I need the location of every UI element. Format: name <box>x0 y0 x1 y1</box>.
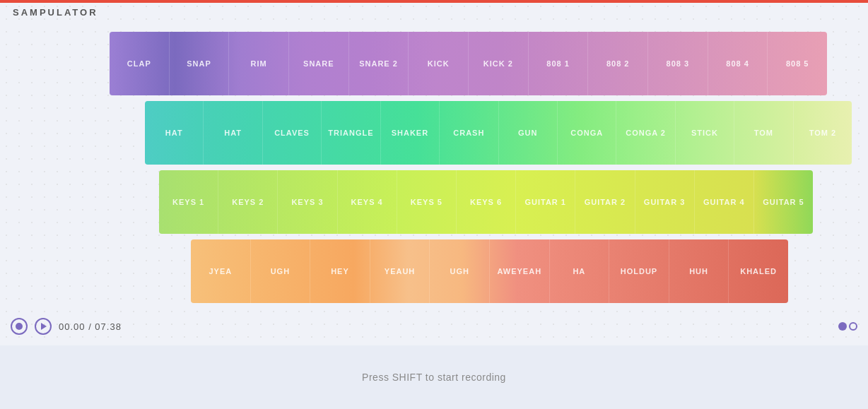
pad-purple-6[interactable]: KICK 2 <box>469 32 529 95</box>
pad-purple-3[interactable]: SNARE <box>289 32 349 95</box>
pad-orange-2[interactable]: HEY <box>310 239 370 303</box>
pad-purple-8[interactable]: 808 2 <box>588 32 648 95</box>
record-icon <box>16 323 23 330</box>
time-display: 00.00 / 07.38 <box>59 321 122 332</box>
pad-purple-0[interactable]: CLAP <box>110 32 170 95</box>
pad-orange-3[interactable]: YEAUH <box>370 239 430 303</box>
pad-teal-4[interactable]: SHAKER <box>381 101 440 165</box>
play-button[interactable] <box>35 318 52 335</box>
pad-teal-7[interactable]: CONGA <box>558 101 616 165</box>
status-dots <box>838 322 857 331</box>
pad-teal-11[interactable]: TOM 2 <box>794 101 852 165</box>
pad-green-5[interactable]: KEYS 6 <box>457 170 516 234</box>
pad-purple-11[interactable]: 808 5 <box>768 32 827 95</box>
pad-teal-1[interactable]: HAT <box>204 101 262 165</box>
pad-green-3[interactable]: KEYS 4 <box>338 170 397 234</box>
pad-orange-0[interactable]: JYEA <box>191 239 251 303</box>
pad-purple-1[interactable]: SNAP <box>170 32 230 95</box>
shift-message: Press SHIFT to start recording <box>362 372 506 383</box>
main-area: CLAPSNAPRIMSNARESNARE 2KICKKICK 2808 180… <box>0 32 868 352</box>
app-title: SAMPULATOR <box>13 7 98 18</box>
pad-green-8[interactable]: GUITAR 3 <box>635 170 695 234</box>
row-purple: CLAPSNAPRIMSNARESNARE 2KICKKICK 2808 180… <box>110 32 827 95</box>
dot-filled <box>838 322 847 331</box>
pad-teal-5[interactable]: CRASH <box>440 101 498 165</box>
pad-green-9[interactable]: GUITAR 4 <box>695 170 754 234</box>
pad-teal-0[interactable]: HAT <box>145 101 204 165</box>
dot-outline <box>849 322 857 331</box>
pad-green-2[interactable]: KEYS 3 <box>278 170 337 234</box>
pad-purple-5[interactable]: KICK <box>409 32 469 95</box>
play-icon <box>41 323 47 330</box>
pad-purple-10[interactable]: 808 4 <box>708 32 768 95</box>
pad-orange-5[interactable]: AWEYEAH <box>490 239 550 303</box>
transport-controls: 00.00 / 07.38 <box>11 318 857 335</box>
pad-orange-1[interactable]: UGH <box>251 239 311 303</box>
bottom-message-area: Press SHIFT to start recording <box>0 345 868 409</box>
pad-teal-9[interactable]: STICK <box>676 101 734 165</box>
pad-green-10[interactable]: GUITAR 5 <box>754 170 813 234</box>
pad-purple-7[interactable]: 808 1 <box>529 32 589 95</box>
pad-orange-8[interactable]: HUH <box>669 239 729 303</box>
pad-green-0[interactable]: KEYS 1 <box>159 170 218 234</box>
pad-purple-4[interactable]: SNARE 2 <box>349 32 409 95</box>
pad-teal-8[interactable]: CONGA 2 <box>616 101 675 165</box>
row-teal: HATHATCLAVESTRIANGLESHAKERCRASHGUNCONGAC… <box>145 101 852 165</box>
pad-green-6[interactable]: GUITAR 1 <box>516 170 575 234</box>
pad-orange-7[interactable]: HOLDUP <box>609 239 669 303</box>
row-orange: JYEAUGHHEYYEAUHUGHAWEYEAHHAHOLDUPHUHKHAL… <box>191 239 788 303</box>
pad-purple-2[interactable]: RIM <box>229 32 289 95</box>
pad-orange-4[interactable]: UGH <box>430 239 490 303</box>
pad-green-7[interactable]: GUITAR 2 <box>575 170 635 234</box>
pad-green-4[interactable]: KEYS 5 <box>397 170 457 234</box>
pad-teal-6[interactable]: GUN <box>499 101 558 165</box>
pad-teal-3[interactable]: TRIANGLE <box>322 101 380 165</box>
pad-teal-10[interactable]: TOM <box>734 101 793 165</box>
pad-orange-6[interactable]: HA <box>550 239 610 303</box>
pad-teal-2[interactable]: CLAVES <box>263 101 322 165</box>
pad-green-1[interactable]: KEYS 2 <box>218 170 278 234</box>
row-green: KEYS 1KEYS 2KEYS 3KEYS 4KEYS 5KEYS 6GUIT… <box>159 170 813 234</box>
pad-orange-9[interactable]: KHALED <box>729 239 788 303</box>
pad-purple-9[interactable]: 808 3 <box>648 32 708 95</box>
record-button[interactable] <box>11 318 28 335</box>
